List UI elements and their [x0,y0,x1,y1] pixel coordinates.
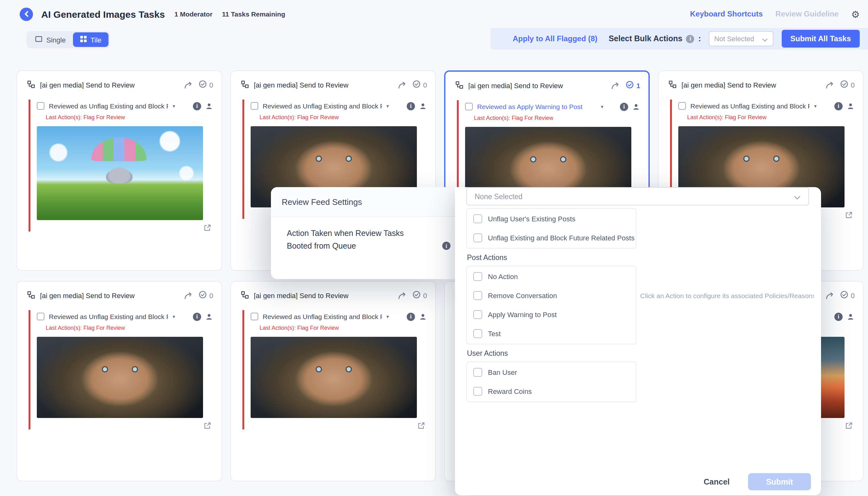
option-label: Ban User [488,369,517,376]
review-action-label[interactable]: Reviewed as Apply Warning to Post [477,103,596,110]
escalate-icon[interactable] [184,292,193,300]
review-count-group[interactable]: 0 [199,290,213,301]
review-action-row: Reviewed as Unflag Existing and Block Fu… [37,311,213,322]
booted-action-label: Action Taken when Review Tasks Booted fr… [271,217,455,252]
review-count-group[interactable]: 0 [412,290,427,301]
bulk-actions-selected-value: Not Selected [714,35,754,43]
review-action-label[interactable]: Reviewed as Unflag Existing and Block Fu… [49,313,168,320]
open-external-icon[interactable] [845,211,853,219]
escalate-icon[interactable] [184,81,193,89]
tile-view-button[interactable]: Tile [73,32,108,47]
review-action-label[interactable]: Reviewed as Unflag Existing and Block Fu… [263,102,382,110]
workflow-icon [241,290,249,301]
moderator-icon[interactable] [847,312,855,321]
escalate-icon[interactable] [398,292,407,300]
action-option-row[interactable]: No Action [467,267,636,286]
thumbnail-footer [250,418,427,430]
open-external-icon[interactable] [204,224,211,232]
last-action-text: Last Action(s): Flag For Review [474,115,640,121]
action-option-row[interactable]: Unflag Existing and Block Future Related… [467,228,636,247]
task-thumbnail [37,337,203,418]
review-action-label[interactable]: Reviewed as Unflag Existing and Block Fu… [690,102,810,110]
back-button[interactable] [20,7,33,21]
caret-down-icon[interactable]: ▾ [172,103,175,109]
task-checkbox[interactable] [465,103,473,110]
bulk-actions-select[interactable]: Not Selected [709,31,773,46]
review-count-group[interactable]: 1 [626,80,640,91]
escalate-icon[interactable] [825,81,834,89]
caret-down-icon[interactable]: ▾ [814,103,817,109]
action-option-row[interactable]: Test [467,324,636,343]
booted-action-info-icon[interactable] [442,242,451,250]
option-checkbox[interactable] [473,368,482,377]
keyboard-shortcuts-link[interactable]: Keyboard Shortcuts [690,10,763,18]
submit-button[interactable]: Submit [748,473,811,490]
action-config-panel: Native Actions Unflag User's Existing Po… [455,187,821,495]
moderator-icon[interactable] [847,102,855,110]
option-checkbox[interactable] [473,387,482,396]
escalate-icon[interactable] [611,81,620,90]
review-action-label[interactable]: Reviewed as Unflag Existing and Block Fu… [49,102,168,110]
action-option-row[interactable]: Ban User [467,363,636,382]
task-card[interactable]: [ai gen media] Send to Review 0 Reviewed… [16,281,222,481]
submit-all-tasks-button[interactable]: Submit All Tasks [781,30,860,48]
moderator-icon[interactable] [419,312,427,321]
option-checkbox[interactable] [473,233,482,242]
moderator-icon[interactable] [205,312,213,321]
moderator-icon[interactable] [632,103,640,111]
moderator-icon[interactable] [205,102,213,110]
option-checkbox[interactable] [473,310,482,319]
modal-title: Review Feed Settings [271,187,455,217]
review-count-group[interactable]: 0 [840,79,855,91]
task-checkbox[interactable] [37,102,44,110]
bulk-info-icon[interactable] [686,34,695,43]
review-count-group[interactable]: 0 [199,79,213,91]
gear-icon[interactable]: ⚙ [851,9,860,19]
review-feed-settings-modal: Review Feed Settings Action Taken when R… [271,187,455,279]
option-checkbox[interactable] [473,329,482,338]
info-icon[interactable] [193,312,201,321]
open-external-icon[interactable] [845,422,853,430]
caret-down-icon[interactable]: ▾ [386,314,389,319]
info-icon[interactable] [407,312,415,321]
option-checkbox[interactable] [473,291,482,300]
info-icon[interactable] [407,102,415,110]
open-external-icon[interactable] [204,422,211,430]
caret-down-icon[interactable]: ▾ [172,314,175,319]
option-label: Apply Warning to Post [488,311,557,319]
escalate-icon[interactable] [398,81,407,89]
action-option-row[interactable]: Unflag User's Existing Posts [467,209,636,228]
open-external-icon[interactable] [417,422,425,430]
option-checkbox[interactable] [473,214,482,223]
task-card[interactable]: [ai gen media] Send to Review 0 Reviewed… [16,71,222,271]
task-card[interactable]: [ai gen media] Send to Review 0 Reviewed… [230,281,436,481]
header-right: Keyboard Shortcuts Review Guideline ⚙ [690,9,860,19]
escalate-icon[interactable] [825,292,834,300]
review-action-label[interactable]: Reviewed as Unflag Existing and Block Fu… [263,313,382,320]
remove-user-tags-select[interactable]: None Selected [466,187,809,205]
action-option-row[interactable]: Remove Conversation [467,286,636,305]
cancel-button[interactable]: Cancel [692,473,741,490]
review-guideline-link[interactable]: Review Guideline [775,10,838,18]
review-count-group[interactable]: 0 [412,79,427,91]
action-option-row[interactable]: Reward Coins [467,382,636,401]
option-checkbox[interactable] [473,272,482,281]
apply-to-all-flagged-button[interactable]: Apply to All Flagged (8) [513,34,597,43]
caret-down-icon[interactable]: ▾ [386,103,389,109]
action-option-row[interactable]: Apply Warning to Post [467,305,636,324]
task-checkbox[interactable] [678,102,686,110]
option-label: Unflag User's Existing Posts [488,215,576,223]
bulk-actions-bar: Apply to All Flagged (8) Select Bulk Act… [490,28,868,49]
info-icon[interactable] [834,102,843,110]
review-count-group[interactable]: 0 [840,290,855,301]
info-icon[interactable] [834,312,843,321]
task-checkbox[interactable] [250,313,258,320]
task-checkbox[interactable] [250,102,258,110]
task-checkbox[interactable] [37,313,44,320]
moderator-icon[interactable] [419,102,427,110]
info-icon[interactable] [620,103,628,111]
caret-down-icon[interactable]: ▾ [601,104,604,109]
task-card-header: [ai gen media] Send to Review 0 [17,282,222,301]
single-view-button[interactable]: Single [28,32,73,47]
info-icon[interactable] [193,102,201,110]
